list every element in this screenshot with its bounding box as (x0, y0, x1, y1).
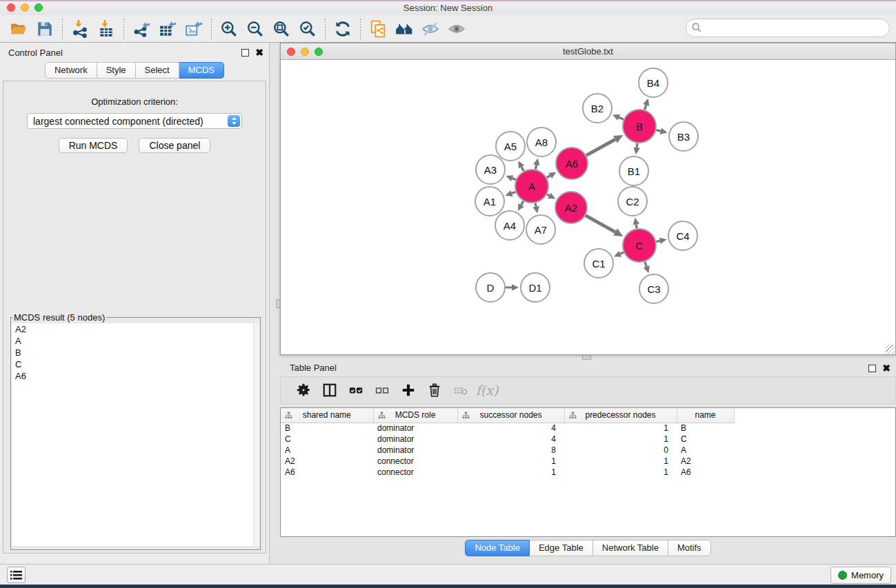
result-item-a2[interactable]: A2 (12, 323, 259, 335)
graph-node-C3[interactable]: C3 (639, 274, 668, 303)
graph-edge-A-A1[interactable] (512, 192, 515, 193)
network-zoom-button[interactable] (315, 48, 323, 56)
graph-edge-C-C2[interactable] (636, 225, 637, 229)
cell-name[interactable]: A6 (677, 467, 734, 478)
zoom-fit-button[interactable] (268, 17, 295, 41)
cell-name[interactable]: A2 (677, 456, 734, 467)
search-input[interactable] (686, 19, 890, 37)
graph-node-A[interactable]: A (515, 170, 548, 203)
graph-node-B1[interactable]: B1 (619, 156, 648, 185)
cell-shared-name[interactable]: B (281, 423, 373, 434)
float-table-panel-button[interactable] (868, 365, 876, 372)
minimize-window-button[interactable] (21, 3, 29, 12)
cell-successor-nodes[interactable]: 8 (457, 445, 564, 456)
graph-edge-B-B2[interactable] (619, 117, 624, 119)
graph-node-A2[interactable]: A2 (555, 192, 587, 223)
graph-node-C1[interactable]: C1 (584, 249, 613, 278)
memory-button[interactable]: Memory (830, 567, 891, 584)
graph-node-A1[interactable]: A1 (475, 187, 504, 216)
graph-edge-A-A8[interactable] (535, 165, 536, 169)
cell-shared-name[interactable]: A2 (281, 456, 373, 467)
graph-node-C4[interactable]: C4 (668, 221, 697, 250)
graph-node-C2[interactable]: C2 (618, 187, 647, 216)
graph-node-A5[interactable]: A5 (496, 132, 525, 161)
graph-edge-A2-C[interactable] (586, 216, 615, 232)
cell-successor-nodes[interactable]: 4 (457, 434, 564, 445)
cell-shared-name[interactable]: C (281, 434, 373, 445)
cell-name[interactable]: C (677, 434, 734, 445)
cell-successor-nodes[interactable]: 1 (457, 456, 564, 467)
table-row-b[interactable]: Bdominator41B (281, 423, 882, 434)
network-close-button[interactable] (287, 48, 295, 56)
graph-node-A6[interactable]: A6 (556, 148, 588, 179)
cell-successor-nodes[interactable]: 4 (457, 423, 564, 434)
delete-table-button[interactable] (449, 379, 472, 401)
zoom-selected-button[interactable] (295, 17, 321, 41)
graph-edge-A-A2[interactable] (547, 194, 549, 196)
export-network-button[interactable] (128, 17, 155, 41)
run-mcds-button[interactable]: Run MCDS (59, 138, 128, 153)
graph-edge-B-B4[interactable] (645, 105, 646, 110)
tab-mcds[interactable]: MCDS (179, 62, 224, 79)
graph-edge-C-C4[interactable] (656, 241, 659, 241)
graph-edge-A-A4[interactable] (521, 201, 524, 205)
tab-style[interactable]: Style (97, 62, 136, 79)
import-network-button[interactable] (67, 17, 93, 41)
result-list-scrollbar[interactable] (253, 323, 259, 546)
import-table-button[interactable] (93, 17, 119, 41)
export-table-button[interactable] (155, 17, 181, 41)
close-panel-icon[interactable]: ✖ (255, 49, 263, 57)
network-overview-button[interactable] (7, 567, 26, 583)
graph-node-B4[interactable]: B4 (639, 68, 668, 97)
cell-name[interactable]: A (677, 445, 734, 456)
cell-predecessor-nodes[interactable]: 1 (564, 423, 677, 434)
close-panel-button[interactable]: Close panel (139, 138, 210, 153)
table-tab-network-table[interactable]: Network Table (593, 540, 668, 556)
graph-edge-B-B3[interactable] (656, 130, 661, 132)
cell-predecessor-nodes[interactable]: 0 (564, 445, 677, 456)
window-resize-grip[interactable] (886, 345, 895, 354)
graph-node-B[interactable]: B (623, 110, 656, 143)
show-all-button[interactable] (444, 17, 470, 41)
select-all-button[interactable] (344, 379, 368, 401)
table-tab-edge-table[interactable]: Edge Table (530, 540, 593, 556)
table-row-a2[interactable]: A2connector11A2 (281, 456, 882, 467)
cell-MCDS-role[interactable]: dominator (373, 445, 457, 456)
graph-node-A7[interactable]: A7 (526, 215, 555, 244)
cell-MCDS-role[interactable]: connector (373, 467, 457, 478)
column-header-successor-nodes[interactable]: successor nodes (457, 408, 564, 423)
tab-network[interactable]: Network (45, 62, 97, 79)
graph-node-A8[interactable]: A8 (527, 128, 556, 156)
graph-node-D1[interactable]: D1 (521, 273, 550, 302)
delete-column-button[interactable] (423, 379, 446, 401)
graph-node-D[interactable]: D (476, 273, 505, 302)
graph-edge-A-A7[interactable] (535, 203, 536, 206)
graph-edge-A-A3[interactable] (512, 179, 516, 180)
tab-select[interactable]: Select (136, 62, 179, 79)
new-network-from-selection-button[interactable] (365, 17, 391, 41)
open-session-button[interactable] (6, 17, 32, 41)
graph-edge-A6-B[interactable] (586, 139, 615, 155)
show-columns-button[interactable] (318, 379, 341, 401)
network-graph[interactable]: B4B2BB3A5A8A6A3B1AC2A1A2A4A7C4CC1C3DD1 (281, 60, 895, 354)
table-tab-motifs[interactable]: Motifs (668, 540, 711, 556)
cell-predecessor-nodes[interactable]: 1 (564, 434, 677, 445)
result-item-a[interactable]: A (12, 335, 259, 347)
table-row-a6[interactable]: A6connector11A6 (281, 467, 882, 478)
result-item-a6[interactable]: A6 (12, 370, 259, 382)
column-header-shared-name[interactable]: shared name (281, 408, 373, 423)
table-row-c[interactable]: Cdominator41C (281, 434, 882, 445)
cell-shared-name[interactable]: A6 (281, 467, 373, 478)
network-minimize-button[interactable] (301, 48, 309, 56)
cell-MCDS-role[interactable]: dominator (373, 423, 457, 434)
cell-predecessor-nodes[interactable]: 1 (564, 467, 677, 478)
cell-MCDS-role[interactable]: dominator (373, 434, 457, 445)
column-header-MCDS-role[interactable]: MCDS role (373, 408, 457, 423)
graph-node-B3[interactable]: B3 (669, 122, 698, 151)
deselect-all-button[interactable] (370, 379, 394, 401)
zoom-window-button[interactable] (34, 3, 43, 12)
save-session-button[interactable] (32, 17, 58, 41)
graph-edge-C-C1[interactable] (620, 252, 624, 254)
cell-shared-name[interactable]: A (281, 445, 373, 456)
graph-edge-B-B1[interactable] (637, 143, 637, 148)
